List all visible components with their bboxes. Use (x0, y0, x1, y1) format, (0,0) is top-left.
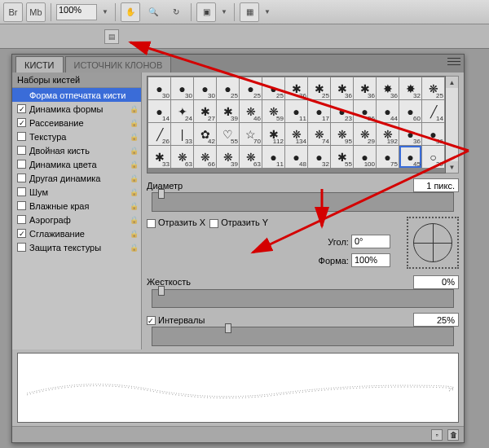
settings-item-3[interactable]: Текстура🔒 (12, 130, 141, 143)
brush-tip-cell[interactable]: ❋59 (262, 100, 284, 122)
brush-tip-cell[interactable]: ✱39 (217, 100, 239, 122)
brush-tip-cell[interactable]: ✱36 (285, 77, 307, 99)
settings-item-1[interactable]: ✓Динамика формы🔒 (12, 102, 141, 116)
bridge-button[interactable]: Br (3, 2, 23, 22)
brush-tip-cell[interactable]: ❋46 (240, 100, 262, 122)
rotate-tool-icon[interactable]: ↻ (166, 2, 186, 22)
minibridge-button[interactable]: Mb (26, 2, 46, 22)
settings-item-10[interactable]: ✓Сглаживание🔒 (12, 226, 141, 240)
checkbox-icon[interactable]: ✓ (17, 229, 26, 238)
checkbox-icon[interactable] (17, 201, 26, 210)
diameter-input[interactable] (413, 178, 459, 192)
scroll-down-icon[interactable]: ▼ (446, 161, 458, 173)
settings-item-4[interactable]: Двойная кисть🔒 (12, 143, 141, 157)
diameter-slider[interactable] (152, 192, 454, 212)
brush-tip-cell[interactable]: ●48 (285, 146, 307, 168)
brush-tip-cell[interactable]: ❋134 (285, 123, 307, 145)
chevron-down-icon[interactable]: ▼ (100, 4, 110, 20)
brush-tip-cell[interactable]: ❋63 (171, 146, 193, 168)
brush-tip-cell[interactable]: ❋74 (308, 123, 330, 145)
hardness-input[interactable] (413, 275, 459, 289)
brush-tip-cell[interactable]: ✱25 (308, 77, 330, 99)
checkbox-icon[interactable] (17, 132, 26, 141)
screen-mode-button[interactable]: ▣ (196, 2, 216, 22)
new-preset-icon[interactable]: ▫ (431, 429, 443, 441)
checkbox-icon[interactable]: ✓ (17, 104, 26, 113)
brush-tip-cell[interactable]: ☆70 (240, 123, 262, 145)
angle-input[interactable] (351, 235, 390, 248)
scroll-track[interactable] (446, 88, 458, 161)
chevron-down-icon[interactable]: ▼ (262, 4, 272, 20)
slider-thumb[interactable] (158, 286, 165, 296)
brush-tip-cell[interactable]: ●14 (148, 100, 170, 122)
brush-tip-cell[interactable]: ●36 (399, 123, 421, 145)
brush-tip-cell[interactable]: ✱112 (262, 123, 284, 145)
checkbox-icon[interactable] (17, 173, 26, 182)
settings-item-6[interactable]: Другая динамика🔒 (12, 171, 141, 185)
trash-icon[interactable]: 🗑 (447, 429, 459, 441)
angle-preview[interactable] (407, 217, 459, 269)
brush-tip-grid[interactable]: ●30●30●30●25●25●25✱36✱25✱36✱36✸36✸32❋25●… (147, 76, 446, 173)
brush-tip-cell[interactable]: ╱26 (148, 123, 170, 145)
brush-tip-cell[interactable]: ✱36 (331, 77, 353, 99)
brush-tip-cell[interactable]: ●32 (308, 146, 330, 168)
brush-tip-cell[interactable]: ✱55 (331, 146, 353, 168)
checkbox-icon[interactable] (17, 243, 26, 252)
checkbox-icon[interactable] (17, 146, 26, 155)
brush-tip-cell[interactable]: ✸32 (399, 77, 421, 99)
brush-tip-cell[interactable]: |33 (171, 123, 193, 145)
brush-tip-cell[interactable]: ●25 (240, 77, 262, 99)
brush-tip-cell[interactable]: ❋63 (240, 146, 262, 168)
brush-tip-cell[interactable]: ✱36 (354, 77, 376, 99)
hand-tool-icon[interactable]: ✋ (121, 2, 140, 22)
settings-item-11[interactable]: Защита текстуры🔒 (12, 240, 141, 254)
brush-tip-cell[interactable]: ✦24 (171, 100, 193, 122)
zoom-tool-icon[interactable]: 🔍 (143, 2, 163, 22)
brush-tip-cell[interactable]: ✸36 (377, 77, 399, 99)
brush-tip-cell[interactable]: ●100 (354, 146, 376, 168)
panel-menu-icon[interactable] (447, 56, 460, 66)
brush-tip-cell[interactable]: ❋192 (377, 123, 399, 145)
brush-tip-cell[interactable]: ●11 (262, 146, 284, 168)
brush-tip-cell[interactable]: ●36 (354, 100, 376, 122)
brush-presets-header[interactable]: Наборы кистей (12, 72, 141, 88)
chevron-down-icon[interactable]: ▼ (219, 4, 229, 20)
checkbox-icon[interactable]: ✓ (17, 118, 26, 127)
settings-item-0[interactable]: Форма отпечатка кисти (12, 88, 141, 102)
brush-tip-cell[interactable]: ●30 (148, 77, 170, 99)
settings-item-8[interactable]: Влажные края🔒 (12, 199, 141, 213)
brush-tip-cell[interactable]: ❋39 (217, 146, 239, 168)
brush-tip-cell[interactable]: ✿42 (194, 123, 216, 145)
settings-item-5[interactable]: Динамика цвета🔒 (12, 157, 141, 171)
checkbox-icon[interactable] (17, 160, 26, 169)
checkbox-icon[interactable] (17, 215, 26, 224)
brush-tip-cell[interactable]: ●23 (331, 100, 353, 122)
brush-tip-cell[interactable]: ●25 (262, 77, 284, 99)
brush-tip-cell[interactable]: ●30 (171, 77, 193, 99)
brush-tip-cell[interactable]: ●30 (194, 77, 216, 99)
zoom-select[interactable]: 100% (56, 4, 97, 20)
brush-tip-cell[interactable]: ●11 (285, 100, 307, 122)
settings-item-9[interactable]: Аэрограф🔒 (12, 213, 141, 226)
tab-clone-source[interactable]: ИСТОЧНИК КЛОНОВ (65, 56, 172, 72)
slider-thumb[interactable] (158, 189, 165, 199)
brush-tip-cell[interactable]: ✱27 (194, 100, 216, 122)
brush-tip-cell[interactable]: ✱33 (148, 146, 170, 168)
brush-tip-cell[interactable]: ❋95 (331, 123, 353, 145)
checkbox-icon[interactable] (17, 187, 26, 196)
roundness-input[interactable] (351, 253, 390, 267)
settings-item-7[interactable]: Шум🔒 (12, 185, 141, 199)
spacing-checkbox[interactable]: ✓Интервалы (147, 315, 205, 326)
brush-tip-cell[interactable]: ●17 (308, 100, 330, 122)
brush-tip-cell[interactable]: ●75 (377, 146, 399, 168)
flip-y-checkbox[interactable]: Отразить Y (209, 217, 268, 227)
arrange-button[interactable]: ▦ (240, 2, 259, 22)
brush-tip-cell[interactable]: ❋29 (354, 123, 376, 145)
brush-tip-cell[interactable]: ●25 (217, 77, 239, 99)
brush-tip-cell[interactable]: ╱14 (422, 100, 444, 122)
grid-scrollbar[interactable]: ▲ ▼ (446, 76, 459, 173)
brush-tip-cell[interactable]: ❋66 (194, 146, 216, 168)
scroll-up-icon[interactable]: ▲ (446, 77, 458, 88)
brush-tip-cell[interactable]: ●60 (399, 100, 421, 122)
brush-tip-cell[interactable]: ♡55 (217, 123, 239, 145)
